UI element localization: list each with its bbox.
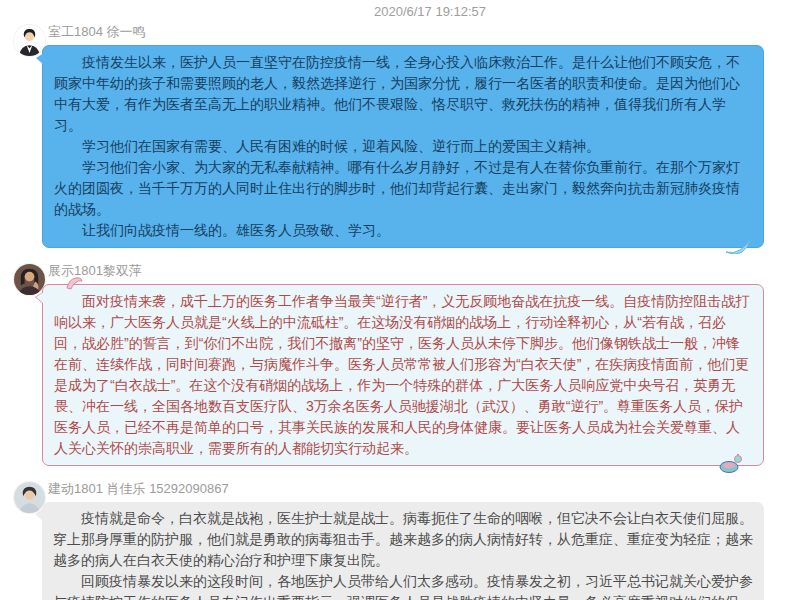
- message-paragraph: 面对疫情来袭，成千上万的医务工作者争当最美“逆行者”，义无反顾地奋战在抗疫一线。…: [54, 291, 752, 459]
- message-bubble: 面对疫情来袭，成千上万的医务工作者争当最美“逆行者”，义无反顾地奋战在抗疫一线。…: [42, 284, 764, 466]
- sender-avatar[interactable]: [14, 264, 45, 295]
- bubble-tail: [35, 509, 43, 521]
- message-bubble: 疫情就是命令，白衣就是战袍，医生护士就是战士。病毒扼住了生命的咽喉，但它决不会让…: [42, 502, 764, 600]
- sender-avatar[interactable]: [14, 25, 45, 56]
- message-timestamp: 2020/6/17 19:12:57: [0, 2, 800, 23]
- message-row: 室工1804 徐一鸣 疫情发生以来，医护人员一直坚守在防控疫情一线，全身心投入临…: [0, 23, 800, 262]
- cartoon-man-in-suit-icon: [14, 25, 45, 56]
- message-bubble: 疫情发生以来，医护人员一直坚守在防控疫情一线，全身心投入临床救治工作。是什么让他…: [42, 45, 764, 248]
- message-paragraph: 学习他们在国家有需要、人民有困难的时候，迎着风险、逆行而上的爱国主义精神。: [54, 136, 752, 157]
- bubble-tail: [36, 292, 44, 304]
- sender-name: 展示1801黎双萍: [48, 262, 770, 280]
- message-paragraph: 回顾疫情暴发以来的这段时间，各地医护人员带给人们太多感动。疫情暴发之初，习近平总…: [53, 571, 753, 600]
- message-row: 展示1801黎双萍 面对疫情来袭，成千上万的医务工作者争当最美“逆行者”，义无反…: [0, 262, 800, 480]
- woman-photo-icon: [14, 264, 45, 295]
- message-paragraph: 疫情就是命令，白衣就是战袍，医生护士就是战士。病毒扼住了生命的咽喉，但它决不会让…: [53, 508, 753, 571]
- sender-name: 建动1801 肖佳乐 15292090867: [48, 480, 770, 498]
- message-paragraph: 让我们向战疫情一线的。雄医务人员致敬、学习。: [54, 220, 752, 241]
- chat-window: 2020/6/17 19:12:57 室工1804 徐一鸣 疫情发生以来，医护人…: [0, 0, 800, 600]
- message-row: 建动1801 肖佳乐 15292090867 疫情就是命令，白衣就是战袍，医生护…: [0, 480, 800, 600]
- message-paragraph: 疫情发生以来，医护人员一直坚守在防控疫情一线，全身心投入临床救治工作。是什么让他…: [54, 52, 752, 136]
- message-paragraph: 学习他们舍小家、为大家的无私奉献精神。哪有什么岁月静好，不过是有人在替你负重前行…: [54, 157, 752, 220]
- sender-name: 室工1804 徐一鸣: [48, 23, 770, 41]
- bubble-tail: [36, 53, 44, 65]
